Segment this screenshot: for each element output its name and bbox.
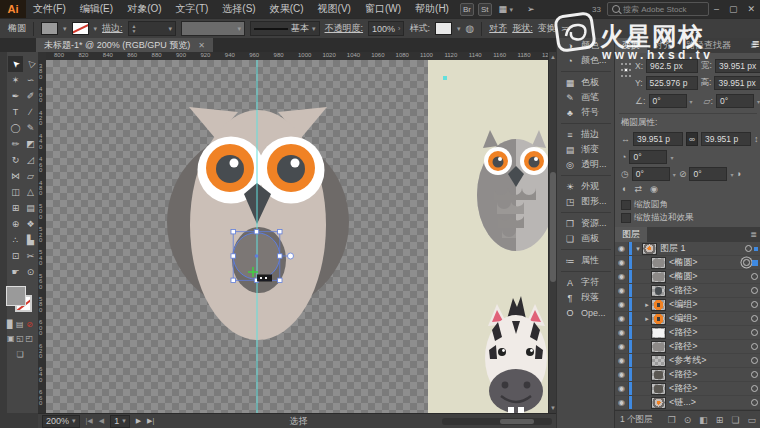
- workspace-badge[interactable]: 33: [592, 5, 601, 14]
- shear-field[interactable]: 0°: [716, 94, 754, 108]
- artboard-nav-first[interactable]: |◀: [86, 417, 93, 425]
- layer-label[interactable]: <路径>: [669, 326, 698, 339]
- delete-layer-icon[interactable]: ▭: [747, 415, 756, 425]
- brush-definition-dropdown[interactable]: 基本▾: [250, 21, 320, 36]
- layer-label[interactable]: 图层 1: [660, 242, 686, 255]
- style-dropdown[interactable]: ▾: [457, 25, 461, 33]
- minimize-button[interactable]: –: [709, 4, 724, 14]
- dock-gradient[interactable]: ▤渐变: [557, 142, 615, 157]
- unlink-angles-icon[interactable]: ⊘: [679, 169, 687, 179]
- ellipse-tool[interactable]: ◯: [8, 120, 23, 136]
- tab-layers[interactable]: 图层: [615, 227, 647, 242]
- zoom-level-dropdown[interactable]: 200%▾: [42, 415, 80, 428]
- isolate-icon[interactable]: ≍: [561, 23, 569, 34]
- tab-close-icon[interactable]: ✕: [198, 41, 205, 50]
- expand-caret-icon[interactable]: ▸: [643, 315, 651, 323]
- menu-item-4[interactable]: 选择(S): [215, 0, 262, 18]
- fill-color-dropdown[interactable]: ▾: [63, 25, 67, 33]
- menu-item-2[interactable]: 对象(O): [120, 0, 168, 18]
- target-circle[interactable]: [751, 329, 758, 336]
- menu-item-8[interactable]: 帮助(H): [408, 0, 456, 18]
- pie-angle1-field[interactable]: 0°: [632, 167, 670, 181]
- dock-properties[interactable]: ≔属性: [557, 253, 615, 268]
- gradient-button[interactable]: ▤: [16, 320, 24, 329]
- stroke-color-dropdown[interactable]: ▾: [94, 25, 98, 33]
- mesh-tool[interactable]: ⊞: [8, 200, 23, 216]
- panel-menu-icon[interactable]: ≣: [750, 41, 760, 50]
- reference-point-locator[interactable]: [620, 61, 632, 79]
- layer-row-9[interactable]: ◉<路径>: [615, 368, 760, 382]
- shape-builder-tool[interactable]: ◫: [8, 184, 23, 200]
- dock-color-guide[interactable]: ◔颜色...: [557, 53, 615, 68]
- canvas-viewport[interactable]: [46, 60, 548, 413]
- menu-item-5[interactable]: 效果(C): [263, 0, 311, 18]
- stroke-weight-field[interactable]: ▲▼▾: [128, 21, 176, 36]
- column-graph-tool[interactable]: ▙: [23, 232, 38, 248]
- target-circle[interactable]: [751, 371, 758, 378]
- make-clipping-mask-icon[interactable]: ◧: [699, 415, 708, 425]
- free-transform-tool[interactable]: ▱: [23, 168, 38, 184]
- direct-selection-tool[interactable]: ▷: [23, 56, 38, 72]
- rotate-tool[interactable]: ↻: [8, 152, 23, 168]
- target-circle[interactable]: [751, 399, 758, 406]
- fill-color-swatch[interactable]: [41, 22, 58, 35]
- visibility-eye-icon[interactable]: ◉: [615, 326, 629, 339]
- target-circle[interactable]: [751, 273, 758, 280]
- selection-tool[interactable]: ➤: [8, 56, 23, 72]
- artboard-nav-prev[interactable]: ◀: [99, 417, 104, 425]
- layer-row-3[interactable]: ◉<路径>: [615, 284, 760, 298]
- pie-angle2-field[interactable]: 0°: [689, 167, 727, 181]
- layers-panel-menu-icon[interactable]: ≣: [750, 230, 760, 239]
- layer-row-6[interactable]: ◉<路径>: [615, 326, 760, 340]
- swap-angles-icon[interactable]: ⇄: [634, 184, 642, 194]
- width-profile-dropdown[interactable]: ▾: [181, 21, 245, 36]
- draw-inside-icon[interactable]: ◰: [25, 334, 33, 343]
- visibility-eye-icon[interactable]: ◉: [615, 270, 629, 283]
- curvature-tool[interactable]: ✐: [23, 88, 38, 104]
- visibility-eye-icon[interactable]: ◉: [615, 298, 629, 311]
- visibility-eye-icon[interactable]: ◉: [615, 368, 629, 381]
- menu-item-7[interactable]: 窗口(W): [358, 0, 408, 18]
- dock-paragraph[interactable]: ¶段落: [557, 290, 615, 305]
- align-link[interactable]: 对齐: [489, 22, 507, 35]
- collect-for-export-icon[interactable]: ❐: [668, 415, 676, 425]
- invert-pie-icon[interactable]: ◖: [621, 184, 626, 194]
- opacity-label[interactable]: 不透明度:: [325, 22, 364, 35]
- layer-label[interactable]: <椭圆>: [669, 270, 698, 283]
- scale-corners-checkbox[interactable]: [621, 200, 631, 210]
- layer-row-10[interactable]: ◉<路径>: [615, 382, 760, 396]
- layer-label[interactable]: <路径>: [669, 340, 698, 353]
- ellipse-height-field[interactable]: 39.951 p: [701, 132, 751, 146]
- close-button[interactable]: ✕: [742, 4, 760, 14]
- bridge-button[interactable]: Br: [460, 3, 474, 16]
- gradient-tool[interactable]: ▤: [23, 200, 38, 216]
- horizontal-scrollbar[interactable]: [442, 418, 552, 425]
- layer-label[interactable]: <路径>: [669, 284, 698, 297]
- layer-label[interactable]: <参考线>: [669, 354, 707, 367]
- opacity-field[interactable]: 100%›: [368, 21, 404, 36]
- fill-swatch[interactable]: [6, 286, 26, 306]
- share-icon[interactable]: ➢: [520, 0, 542, 18]
- y-field[interactable]: 525.976 p: [646, 76, 698, 90]
- layer-row-11[interactable]: ◉<链...>: [615, 396, 760, 410]
- magic-wand-tool[interactable]: ✶: [8, 72, 23, 88]
- ellipse-width-field[interactable]: 39.951 p: [633, 132, 683, 146]
- dock-symbols[interactable]: ♣符号: [557, 105, 615, 120]
- locate-object-icon[interactable]: ⊙: [684, 415, 692, 425]
- new-sublayer-icon[interactable]: ⊞: [716, 415, 724, 425]
- ruler-corner[interactable]: [38, 52, 46, 60]
- height-field[interactable]: 39.951 px: [714, 76, 760, 90]
- layout-switcher-icon[interactable]: ▦ ▾: [492, 0, 521, 19]
- target-circle[interactable]: [751, 357, 758, 364]
- layer-label[interactable]: <编组>: [669, 312, 698, 325]
- stroke-color-swatch[interactable]: [72, 22, 89, 35]
- shape-link[interactable]: 形状:: [512, 22, 533, 35]
- width-field[interactable]: 39.951 px: [715, 59, 760, 73]
- width-tool[interactable]: ⋈: [8, 168, 23, 184]
- scale-strokes-checkbox[interactable]: [621, 213, 631, 223]
- symbol-sprayer-tool[interactable]: ∴: [8, 232, 23, 248]
- perspective-grid-tool[interactable]: △: [23, 184, 38, 200]
- layer-row-7[interactable]: ◉<路径>: [615, 340, 760, 354]
- color-button[interactable]: ▉: [7, 320, 13, 329]
- blend-tool[interactable]: ❖: [23, 216, 38, 232]
